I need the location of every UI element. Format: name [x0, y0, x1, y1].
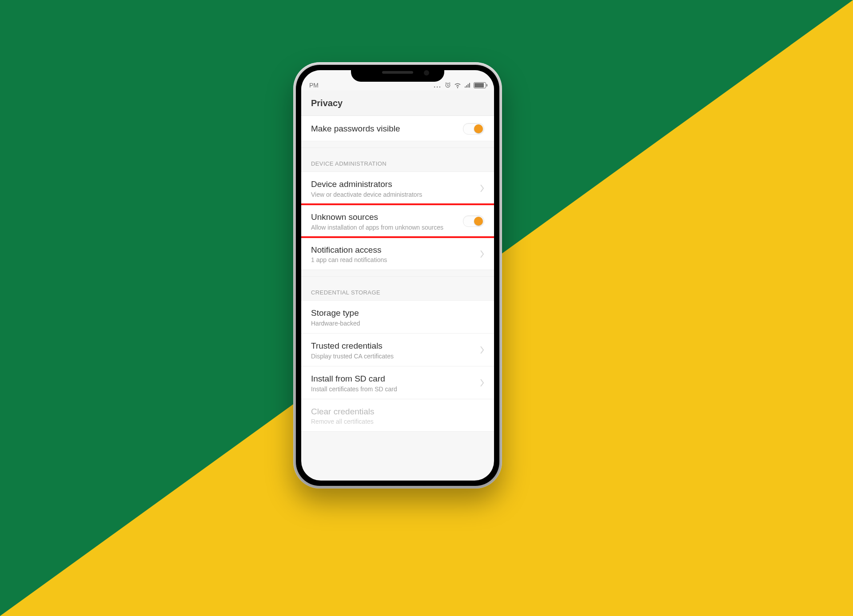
alarm-icon — [444, 82, 451, 89]
status-icons: ... — [434, 82, 486, 89]
row-title: Make passwords visible — [311, 123, 458, 134]
row-title: Trusted credentials — [311, 341, 475, 351]
chevron-right-icon — [480, 185, 484, 192]
page-title: Privacy — [311, 98, 343, 108]
phone-frame: PM ... — [293, 62, 502, 489]
ellipsis-icon: ... — [434, 82, 442, 89]
row-device-administrators[interactable]: Device administrators View or deactivate… — [301, 172, 494, 205]
screen-header: Privacy — [301, 91, 494, 116]
section-credential-storage: CREDENTIAL STORAGE — [301, 277, 494, 301]
row-title: Device administrators — [311, 179, 475, 190]
phone-notch — [351, 65, 444, 82]
unknown-sources-toggle[interactable] — [463, 215, 484, 227]
phone-screen: PM ... — [301, 70, 494, 481]
row-title: Clear credentials — [311, 406, 480, 417]
chevron-right-icon — [480, 346, 484, 354]
row-make-passwords-visible[interactable]: Make passwords visible — [301, 116, 494, 141]
chevron-right-icon — [480, 379, 484, 386]
row-trusted-credentials[interactable]: Trusted credentials Display trusted CA c… — [301, 334, 494, 366]
row-subtitle: Hardware-backed — [311, 320, 480, 327]
status-time: PM — [309, 82, 327, 89]
section-device-administration: DEVICE ADMINISTRATION — [301, 148, 494, 172]
row-subtitle: View or deactivate device administrators — [311, 191, 475, 198]
row-notification-access[interactable]: Notification access 1 app can read notif… — [301, 238, 494, 270]
passwords-toggle[interactable] — [463, 123, 484, 135]
row-subtitle: Remove all certificates — [311, 418, 480, 425]
row-subtitle: Install certificates from SD card — [311, 385, 475, 393]
row-title: Storage type — [311, 308, 480, 318]
chevron-right-icon — [480, 250, 484, 258]
row-unknown-sources[interactable]: Unknown sources Allow installation of ap… — [301, 205, 494, 238]
row-title: Install from SD card — [311, 374, 475, 384]
row-install-from-sd[interactable]: Install from SD card Install certificate… — [301, 366, 494, 399]
battery-icon — [474, 82, 486, 88]
row-clear-credentials: Clear credentials Remove all certificate… — [301, 399, 494, 432]
row-title: Notification access — [311, 245, 475, 255]
list-gap — [301, 270, 494, 277]
signal-icon — [464, 82, 471, 89]
wifi-icon — [454, 82, 461, 89]
settings-list: Make passwords visible DEVICE ADMINISTRA… — [301, 116, 494, 432]
list-gap — [301, 141, 494, 148]
row-subtitle: Allow installation of apps from unknown … — [311, 224, 458, 231]
row-storage-type[interactable]: Storage type Hardware-backed — [301, 301, 494, 334]
row-title: Unknown sources — [311, 212, 458, 223]
phone-bezel: PM ... — [296, 65, 499, 486]
row-subtitle: 1 app can read notifications — [311, 256, 475, 263]
row-subtitle: Display trusted CA certificates — [311, 353, 475, 360]
